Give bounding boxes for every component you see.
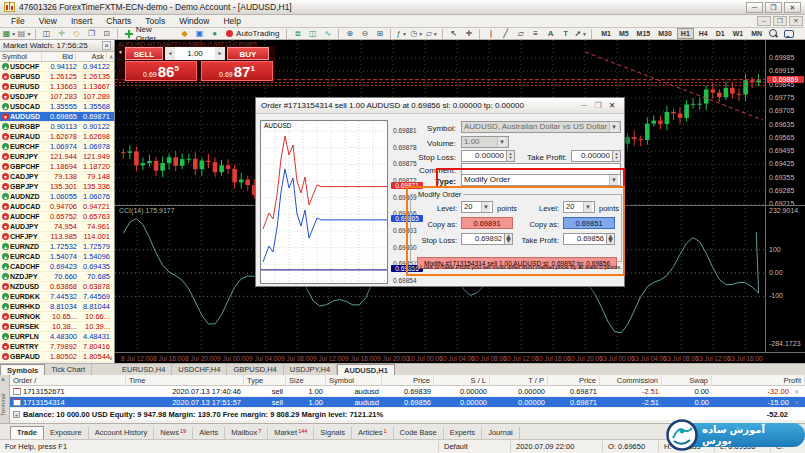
scroll-down-icon[interactable]: ∨: [109, 354, 113, 361]
timeframe-h4[interactable]: H4: [696, 29, 711, 38]
terminal-column-symbol[interactable]: Symbol: [326, 375, 382, 386]
market-watch-row-chfjpy[interactable]: ▼CHFJPY113.985114.001: [0, 232, 114, 242]
terminal-column-sl[interactable]: S / L: [434, 375, 490, 386]
tile-windows-icon[interactable]: ⊞: [373, 28, 386, 39]
market-watch-row-eurchf[interactable]: ▲EURCHF1.069741.06978: [0, 142, 114, 152]
indicators-icon[interactable]: ƒ▼: [395, 28, 408, 39]
search-icon[interactable]: [769, 29, 778, 38]
terminal-column-price[interactable]: Price: [548, 375, 600, 386]
history-center-icon[interactable]: ◆: [178, 28, 191, 39]
level-select-tp[interactable]: 20 ▼: [563, 201, 595, 213]
take-profit-spinner[interactable]: ▲▼: [613, 150, 621, 162]
menu-help[interactable]: Help: [216, 15, 247, 28]
market-watch-row-gbpaud[interactable]: ▼GBPAUD1.805021.80544: [0, 352, 114, 362]
crosshair-icon[interactable]: ✛: [462, 28, 475, 39]
chart-shift-icon[interactable]: ◫: [40, 28, 53, 39]
chart-tab-usdchf-h4[interactable]: USDCHF,H4: [172, 364, 227, 375]
copy-as-sl-button[interactable]: 0.69891: [461, 217, 513, 229]
market-watch-row-audjpy[interactable]: ▼AUDJPY74.95474.961: [0, 222, 114, 232]
dialog-minimize-icon[interactable]: ─: [577, 101, 591, 110]
terminal-tab-news[interactable]: News19: [154, 427, 193, 439]
stop-loss-input[interactable]: 0.00000: [461, 150, 507, 162]
sell-price[interactable]: 0.69 86 5: [125, 61, 197, 81]
terminal-tab-signals[interactable]: Signals: [314, 427, 352, 439]
market-watch-close-icon[interactable]: ×: [102, 41, 111, 50]
terminal-row-1713154314[interactable]: 17131543142020.07.13 17:51:57sell1.00aud…: [10, 397, 805, 408]
dialog-titlebar[interactable]: Order #1713154314 sell 1.00 AUDUSD at 0.…: [256, 98, 624, 114]
timeframe-h1[interactable]: H1: [677, 28, 694, 39]
status-profile[interactable]: Default: [439, 441, 511, 452]
buy-price[interactable]: 0.69 87 1: [201, 61, 273, 81]
chat-icon[interactable]: [784, 30, 794, 38]
terminal-close-icon[interactable]: ×: [1, 376, 5, 383]
channel-icon[interactable]: ▱: [514, 28, 527, 39]
chart-minimize-button[interactable]: ─: [757, 16, 771, 26]
windows-icon[interactable]: ❐: [85, 28, 98, 39]
market-watch-row-eurdkk[interactable]: ▲EURDKK7.445327.44569: [0, 292, 114, 302]
dialog-close-icon[interactable]: ✕: [605, 101, 619, 110]
volume-select[interactable]: 1.00 ▼: [461, 136, 509, 148]
periods-icon[interactable]: ◷▼: [410, 28, 423, 39]
market-watch-row-audnzd[interactable]: ▲AUDNZD1.060551.06076: [0, 192, 114, 202]
templates-icon[interactable]: ▱▼: [425, 28, 438, 39]
timeframe-w1[interactable]: W1: [730, 29, 747, 38]
terminal-tab-account-history[interactable]: Account History: [89, 427, 155, 439]
timeframe-m1[interactable]: M1: [598, 29, 614, 38]
market-watch-row-gbpusd[interactable]: ▼GBPUSD1.261251.26135: [0, 72, 114, 82]
market-watch-row-eurpln[interactable]: ▲EURPLN4.483004.48431: [0, 332, 114, 342]
fibonacci-icon[interactable]: ≡: [529, 28, 542, 39]
menu-view[interactable]: View: [32, 15, 64, 28]
timeframe-m30[interactable]: M30: [655, 29, 675, 38]
trendline-icon[interactable]: ╱: [499, 28, 512, 39]
menu-window[interactable]: Window: [172, 15, 216, 28]
terminal-column-order[interactable]: Order /: [10, 375, 126, 386]
objects-icon[interactable]: ◇: [70, 28, 83, 39]
maximize-button[interactable]: ❐: [765, 2, 782, 13]
modify-take-profit-input[interactable]: 0.69856: [563, 233, 607, 245]
scroll-up-icon[interactable]: ∧: [107, 53, 115, 60]
zoom-out-icon[interactable]: ⊖: [358, 28, 371, 39]
volume-stepper[interactable]: ◂ 1.00 ▸: [165, 47, 225, 60]
market-watch-row-usdcad[interactable]: ▲USDCAD1.355551.35568: [0, 102, 114, 112]
level-select-sl[interactable]: 20 ▼: [461, 201, 493, 213]
copy-as-tp-button[interactable]: 0.69851: [563, 217, 615, 229]
market-watch-row-eurtry[interactable]: ▼EURTRY7.798927.80416: [0, 342, 114, 352]
terminal-tab-code-base[interactable]: Code Base: [394, 427, 444, 439]
take-profit-input[interactable]: 0.00000: [571, 150, 613, 162]
line-chart-icon[interactable]: ∿: [321, 28, 334, 39]
market-watch-row-cadchf[interactable]: ▲CADCHF0.694230.69435: [0, 262, 114, 272]
market-watch-row-eurgbp[interactable]: ▲EURGBP0.901130.90122: [0, 122, 114, 132]
close-order-icon[interactable]: ✕: [791, 400, 802, 406]
terminal-tab-journal[interactable]: Journal: [482, 427, 520, 439]
chart-close-button[interactable]: ✕: [789, 16, 803, 26]
buy-button[interactable]: BUY: [227, 47, 269, 60]
menu-charts[interactable]: Charts: [99, 15, 138, 28]
market-watch-row-gbpjpy[interactable]: ▼GBPJPY135.301135.336: [0, 182, 114, 192]
terminal-column-swap[interactable]: Swap: [662, 375, 712, 386]
close-order-icon[interactable]: ✕: [791, 389, 802, 395]
timeframe-m15[interactable]: M15: [634, 29, 654, 38]
vline-icon[interactable]: ∣: [484, 28, 497, 39]
menu-insert[interactable]: Insert: [64, 15, 99, 28]
dialog-maximize-icon[interactable]: ❐: [591, 101, 605, 110]
autotrading-button[interactable]: AutoTrading: [222, 28, 283, 39]
bar-chart-icon[interactable]: ≣: [291, 28, 304, 39]
terminal-column-price[interactable]: Price: [382, 375, 434, 386]
market-watch-row-eurnzd[interactable]: ▲EURNZD1.725321.72579: [0, 242, 114, 252]
terminal-tab-experts[interactable]: Experts: [444, 427, 482, 439]
terminal-column-profit[interactable]: Profit: [712, 375, 805, 386]
terminal-column-type[interactable]: Type: [244, 375, 286, 386]
market-watch-row-eursek[interactable]: ▼EURSEK10.38...10.39...: [0, 322, 114, 332]
market-watch-row-audcad[interactable]: ▼AUDCAD0.947060.94721: [0, 202, 114, 212]
text-icon[interactable]: A: [544, 28, 557, 39]
arrows-icon[interactable]: ➚▼: [574, 28, 587, 39]
chart-tab-gbpusd-h4[interactable]: GBPUSD,H4: [227, 364, 283, 375]
market-watch-row-eurcad[interactable]: ▲EURCAD1.540741.54096: [0, 252, 114, 262]
terminal-tab-trade[interactable]: Trade: [10, 426, 44, 439]
volume-decrease-icon[interactable]: ◂: [165, 47, 175, 60]
tab-symbols[interactable]: Symbols: [0, 364, 45, 375]
new-order-button[interactable]: New Order: [121, 28, 177, 39]
market-watch-row-usdjpy[interactable]: ▼USDJPY107.283107.289: [0, 92, 114, 102]
terminal-tab-exposure[interactable]: Exposure: [44, 427, 89, 439]
market-watch-row-euraud[interactable]: ▼EURAUD1.626781.62698: [0, 132, 114, 142]
